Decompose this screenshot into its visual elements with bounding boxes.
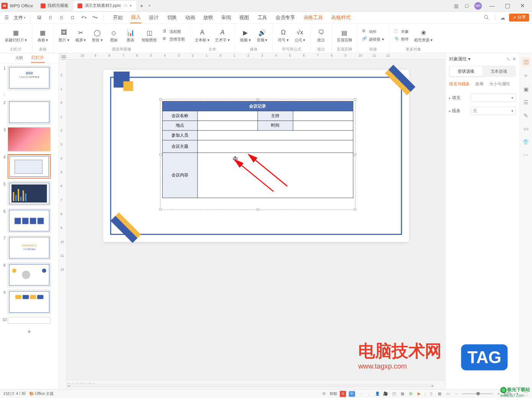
file-menu[interactable]: 文件▾	[14, 15, 25, 21]
record-icon[interactable]: 🎥	[383, 391, 388, 397]
comment-button[interactable]: 🗨批注	[314, 28, 328, 43]
thumbnail-9[interactable]: 9	[2, 290, 57, 314]
side-layout-icon[interactable]: ▣	[522, 86, 529, 93]
action-button[interactable]: ⚙动作	[361, 28, 385, 35]
smartart-button[interactable]: ◫智能图形	[140, 28, 158, 43]
chevron-right-icon[interactable]: ▸	[449, 109, 451, 113]
table-title[interactable]: 会议记录	[162, 101, 353, 111]
object-button[interactable]: ⬚对象	[393, 28, 410, 35]
side-tool-icon[interactable]: ✎	[522, 112, 529, 119]
wordart-button[interactable]: A艺术字 ▾	[214, 28, 231, 43]
thumbnail-6[interactable]: 6	[2, 209, 57, 233]
rtab-transition[interactable]: 切换	[166, 12, 178, 23]
undo-button[interactable]: ↶▾	[80, 14, 88, 21]
puzzle-icon[interactable]: ⊞	[408, 391, 414, 397]
app-store-icon[interactable]: ▥	[454, 3, 459, 9]
insert-shape-button[interactable]: ◯形状 ▾	[90, 28, 104, 43]
maximize-button[interactable]: ▢	[502, 2, 512, 10]
rtab-design[interactable]: 设计	[149, 12, 160, 23]
label-host[interactable]: 主持	[258, 111, 293, 121]
close-button[interactable]: ✕	[517, 2, 528, 10]
seg-shape-options[interactable]: 形状选项	[450, 66, 483, 76]
thumbnail-4[interactable]: 4	[2, 154, 57, 179]
rtab-insert[interactable]: 插入	[130, 12, 141, 23]
tab-dropdown-icon[interactable]: ▾	[130, 3, 132, 8]
horizontal-scrollbar[interactable]: ◂ ▸	[67, 383, 434, 388]
grid-icon[interactable]: ▦	[400, 391, 405, 397]
add-slide-button[interactable]: +	[8, 326, 51, 337]
new-slide-button[interactable]: ▦ 新建幻灯片 ▾	[3, 28, 28, 43]
ime-badge-icon[interactable]: S	[340, 391, 346, 397]
hyperlink-button[interactable]: 🔗超链接 ▾	[361, 36, 385, 43]
side-more-icon[interactable]: ⋯	[522, 152, 529, 159]
cell-attendees[interactable]	[197, 130, 353, 140]
rtab-slideshow[interactable]: 放映	[202, 12, 214, 23]
cell-content[interactable]	[197, 153, 353, 198]
label-meeting-name[interactable]: 会议名称	[162, 111, 197, 121]
ruler-horizontal[interactable]: 10 9 8 7 6 5 4 3 2 1 0 1 2 3 4 5 6 7 8 9…	[67, 53, 445, 59]
thumbnail-list[interactable]: 12023工作总结汇报PPT模板 ☆ 2 3 4 5 6 7CHAPTER 01…	[0, 64, 59, 389]
thumbnail-2[interactable]: 2	[2, 100, 57, 124]
export-icon[interactable]: ⎙	[47, 14, 54, 21]
cell-meeting-name[interactable]	[197, 111, 258, 121]
thumbnail-10[interactable]: 10	[2, 317, 57, 324]
normal-view-icon[interactable]: ▯	[428, 391, 434, 397]
redo-button[interactable]: ↷▾	[91, 14, 99, 21]
side-style-icon[interactable]: ◫	[521, 57, 530, 67]
insert-image-button[interactable]: 🖼图片 ▾	[57, 28, 71, 43]
label-time[interactable]: 时间	[258, 121, 293, 130]
meeting-table[interactable]: 会议记录 会议名称 主持 地点 时间 参加人员	[162, 101, 353, 198]
insert-chart-button[interactable]: 📊图表	[124, 28, 137, 43]
play-icon[interactable]: ▶	[416, 391, 422, 397]
outline-tab[interactable]: 大纲	[14, 54, 24, 63]
thumbnail-5[interactable]: 5	[2, 181, 57, 206]
zoom-in-icon[interactable]: +	[496, 391, 501, 397]
label-attendees[interactable]: 参加人员	[162, 130, 197, 140]
tab-templates[interactable]: 找稻壳模板	[36, 1, 72, 10]
comment-status-icon[interactable]: ,	[366, 391, 372, 397]
cloud-icon[interactable]: ☁	[500, 15, 506, 21]
zoom-out-icon[interactable]: −	[454, 391, 459, 397]
zoom-value[interactable]: 62%	[504, 392, 512, 396]
reading-view-icon[interactable]: ▭	[445, 391, 451, 397]
insert-icon-button[interactable]: ◇图标	[107, 28, 121, 43]
tab-add-button[interactable]: +	[137, 3, 146, 9]
subtab-size[interactable]: 大小与属性	[489, 81, 510, 88]
thumbnail-8[interactable]: 8	[2, 263, 57, 287]
fit-window-icon[interactable]: ⛶	[523, 391, 529, 397]
flowchart-button[interactable]: ⇶流程图	[161, 28, 186, 35]
star-icon[interactable]: ☆	[2, 93, 8, 97]
side-map-icon[interactable]: ▭	[522, 126, 529, 132]
cube-icon[interactable]: ⬡	[464, 3, 470, 9]
cell-time[interactable]	[293, 121, 353, 130]
side-sparkle-icon[interactable]: ✧	[522, 73, 529, 80]
cell-host[interactable]	[293, 111, 353, 121]
rtab-tablestyle[interactable]: 表格样式	[330, 12, 351, 23]
slides-tab[interactable]: 幻灯片	[31, 54, 44, 63]
thumbnail-3[interactable]: 3	[2, 127, 57, 152]
rtab-view[interactable]: 视图	[239, 12, 250, 23]
user-avatar[interactable]: WP	[474, 2, 482, 10]
theme-indicator[interactable]: 🎨 Office 主题	[29, 391, 54, 396]
video-button[interactable]: ▶视频 ▾	[238, 28, 252, 43]
zoom-thumb[interactable]	[477, 392, 480, 395]
cell-location[interactable]	[197, 121, 258, 130]
rtab-member[interactable]: 会员专享	[275, 12, 295, 23]
seg-text-options[interactable]: 文本选项	[482, 66, 515, 76]
slide-viewport[interactable]: 会议记录 会议名称 主持 地点 时间 参加人员	[67, 59, 445, 380]
slide-canvas[interactable]: 会议记录 会议名称 主持 地点 时间 参加人员	[103, 70, 409, 241]
formula-button[interactable]: √x公式 ▾	[293, 28, 307, 43]
notes-icon[interactable]: ◳	[391, 391, 397, 397]
insert-table-button[interactable]: ▦ 表格 ▾	[36, 28, 50, 43]
thumbnail-7[interactable]: 7CHAPTER 01工作背景概述	[2, 235, 57, 260]
side-tshirt-icon[interactable]: 👕	[522, 139, 529, 145]
rtab-start[interactable]: 开始	[112, 12, 123, 23]
audio-button[interactable]: 🔊音频 ▾	[255, 28, 269, 43]
lang-indicator[interactable]: 中	[349, 391, 355, 397]
tab-add-dropdown-icon[interactable]: ▾	[149, 3, 150, 8]
label-content[interactable]: 会议内容	[162, 153, 197, 198]
person-icon[interactable]: 👤	[375, 391, 380, 397]
textbox-button[interactable]: A文本框 ▾	[194, 28, 211, 43]
rtab-review[interactable]: 审阅	[220, 12, 232, 23]
label-location[interactable]: 地点	[162, 121, 197, 130]
